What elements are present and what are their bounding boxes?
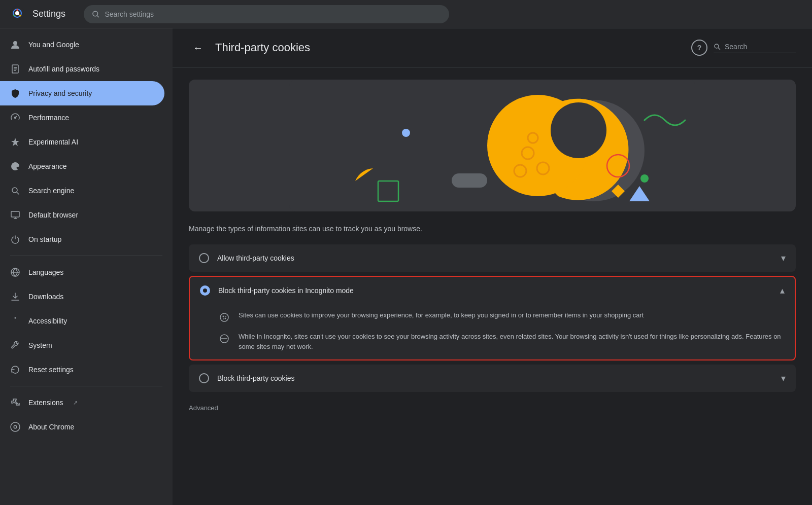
option-block-incognito-header[interactable]: Block third-party cookies in Incognito m…	[190, 277, 795, 304]
sidebar-item-label: Autofill and passwords	[28, 65, 99, 73]
sidebar-item-autofill[interactable]: Autofill and passwords	[0, 57, 164, 81]
sidebar-item-languages[interactable]: Languages	[0, 260, 164, 284]
block-icon	[218, 333, 230, 345]
svg-point-12	[13, 165, 14, 166]
sidebar-item-privacy[interactable]: Privacy and security	[0, 81, 164, 105]
assignment-icon	[10, 64, 20, 74]
svg-line-28	[719, 48, 720, 49]
sidebar-divider-2	[10, 386, 162, 386]
option-allow-chevron: ▾	[781, 252, 786, 264]
option-block-incognito-label: Block third-party cookies in Incognito m…	[218, 286, 772, 295]
option-block-all: Block third-party cookies ▾	[189, 365, 796, 392]
topbar-search-input[interactable]	[105, 10, 441, 18]
sidebar-item-you-and-google[interactable]: You and Google	[0, 32, 164, 57]
wrench-icon	[10, 340, 20, 350]
help-button[interactable]: ?	[691, 40, 707, 56]
detail-incognito-text: While in Incognito, sites can't use your…	[239, 332, 785, 351]
main-layout: You and Google Autofill and passwords Pr…	[0, 28, 812, 505]
sidebar-item-label: Search engine	[28, 187, 74, 195]
svg-rect-17	[11, 211, 19, 217]
topbar-search-icon	[92, 10, 99, 18]
svg-line-16	[17, 192, 19, 194]
detail-cookie-text: Sites can use cookies to improve your br…	[239, 310, 785, 320]
header-search-box[interactable]	[714, 43, 796, 53]
sidebar-item-on-startup[interactable]: On startup	[0, 227, 164, 251]
option-allow: Allow third-party cookies ▾	[189, 244, 796, 272]
svg-point-42	[220, 313, 228, 321]
sidebar-item-label: Reset settings	[28, 366, 74, 374]
option-block-incognito: Block third-party cookies in Incognito m…	[189, 276, 796, 360]
download-icon	[10, 292, 20, 302]
option-allow-radio[interactable]	[199, 253, 209, 263]
sidebar-item-default-browser[interactable]: Default browser	[0, 203, 164, 227]
header-search-icon	[714, 43, 721, 50]
description-text: Manage the types of information sites ca…	[189, 224, 796, 234]
sidebar-item-reset-settings[interactable]: Reset settings	[0, 357, 164, 382]
shield-icon	[10, 88, 20, 98]
option-allow-label: Allow third-party cookies	[217, 254, 773, 262]
option-block-all-label: Block third-party cookies	[217, 374, 773, 382]
chrome-small-icon	[10, 422, 20, 432]
content-header: ← Third-party cookies ?	[173, 28, 812, 67]
sidebar-item-search-engine[interactable]: Search engine	[0, 178, 164, 203]
sidebar-item-system[interactable]: System	[0, 333, 164, 357]
sidebar-item-label: You and Google	[28, 41, 79, 49]
accessibility-icon	[10, 316, 20, 326]
svg-point-23	[15, 317, 16, 319]
svg-point-32	[551, 102, 606, 158]
topbar: Settings	[0, 0, 812, 28]
detail-cookie: Sites can use cookies to improve your br…	[218, 310, 785, 323]
option-block-incognito-details: Sites can use cookies to improve your br…	[190, 304, 795, 359]
svg-point-13	[15, 164, 16, 165]
sidebar-item-label: Languages	[28, 268, 63, 276]
sidebar-item-accessibility[interactable]: Accessibility	[0, 309, 164, 333]
option-block-all-radio[interactable]	[199, 373, 209, 383]
svg-point-44	[225, 318, 226, 319]
person-icon	[10, 40, 20, 50]
svg-point-46	[225, 316, 226, 317]
sidebar-item-label: Downloads	[28, 293, 63, 301]
gauge-icon	[10, 113, 20, 123]
globe-icon	[10, 267, 20, 277]
option-allow-header[interactable]: Allow third-party cookies ▾	[189, 244, 796, 272]
svg-point-43	[223, 316, 224, 317]
option-block-all-header[interactable]: Block third-party cookies ▾	[189, 365, 796, 392]
header-actions: ?	[691, 40, 796, 56]
sidebar-item-downloads[interactable]: Downloads	[0, 284, 164, 309]
option-block-incognito-radio[interactable]	[200, 285, 210, 296]
sidebar-item-appearance[interactable]: Appearance	[0, 154, 164, 178]
palette-icon	[10, 161, 20, 171]
sidebar-item-label: System	[28, 341, 52, 349]
power-icon	[10, 234, 20, 244]
topbar-search-box[interactable]	[84, 5, 449, 23]
header-search-input[interactable]	[725, 43, 796, 51]
content-body: Manage the types of information sites ca…	[173, 67, 812, 428]
detail-incognito: While in Incognito, sites can't use your…	[218, 332, 785, 351]
monitor-icon	[10, 210, 20, 220]
history-icon	[10, 365, 20, 375]
sidebar-item-label: Performance	[28, 114, 69, 122]
back-button[interactable]: ←	[189, 39, 207, 57]
svg-point-45	[223, 318, 224, 319]
sidebar: You and Google Autofill and passwords Pr…	[0, 28, 173, 505]
sidebar-item-label: Default browser	[28, 211, 78, 219]
sidebar-item-label: Accessibility	[28, 317, 67, 325]
page-title: Third-party cookies	[215, 41, 683, 54]
sidebar-divider-1	[10, 256, 162, 256]
sidebar-item-about-chrome[interactable]: About Chrome	[0, 415, 164, 439]
sidebar-item-performance[interactable]: Performance	[0, 105, 164, 130]
option-block-incognito-chevron: ▴	[780, 285, 785, 296]
sidebar-item-experimental-ai[interactable]: Experimental AI	[0, 130, 164, 154]
sidebar-item-label: About Chrome	[28, 423, 74, 431]
external-link-icon: ↗	[73, 400, 78, 406]
advanced-section-label: Advanced	[189, 400, 796, 416]
sidebar-item-label: Privacy and security	[28, 89, 92, 97]
sidebar-item-extensions[interactable]: Extensions ↗	[0, 390, 164, 415]
sidebar-item-label: On startup	[28, 235, 61, 243]
svg-point-37	[402, 129, 410, 137]
svg-point-2	[15, 11, 19, 15]
app-title: Settings	[32, 9, 65, 19]
svg-point-26	[14, 426, 16, 428]
search-icon	[10, 186, 20, 196]
help-label: ?	[697, 44, 702, 52]
